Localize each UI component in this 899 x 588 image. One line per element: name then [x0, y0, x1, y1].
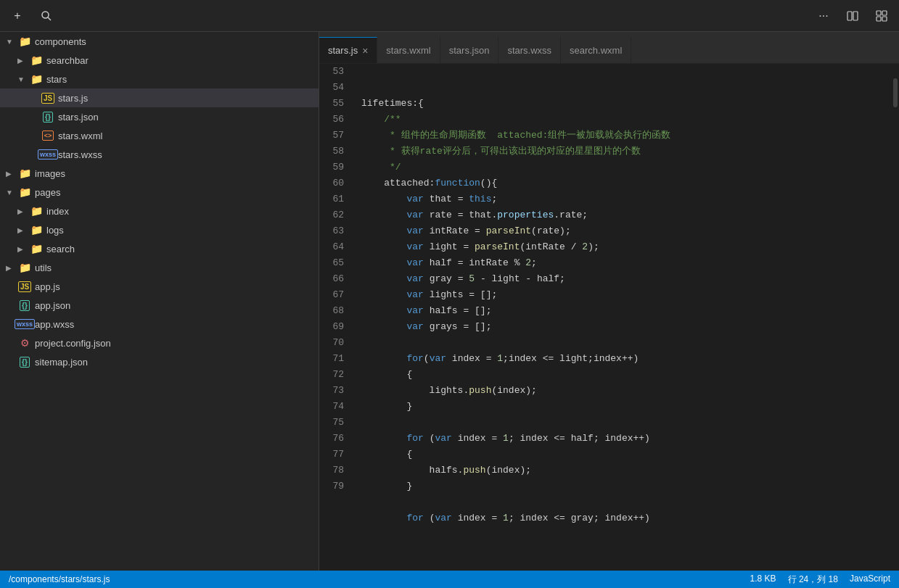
line-number: 53 — [325, 64, 350, 80]
line-number: 61 — [325, 191, 350, 207]
tree-item-label: searchbar — [46, 55, 313, 66]
line-number: 58 — [325, 144, 350, 160]
code-line — [361, 494, 886, 510]
sidebar-item-stars-js[interactable]: JSstars.js — [0, 88, 319, 107]
tab-search-wxml[interactable]: search.wxml — [561, 37, 631, 63]
sidebar-item-app-wxss[interactable]: wxssapp.wxss — [0, 315, 319, 334]
line-number: 60 — [325, 175, 350, 191]
code-editor[interactable]: 5354555657585960616263646566676869707172… — [319, 64, 899, 571]
code-line: * 组件的生命周期函数 attached:组件一被加载就会执行的函数 — [361, 128, 886, 144]
status-size: 1.8 KB — [750, 573, 776, 586]
line-number: 57 — [325, 128, 350, 144]
svg-rect-4 — [877, 11, 881, 15]
sidebar-item-app-js[interactable]: JSapp.js — [0, 277, 319, 296]
split-icon[interactable] — [844, 7, 861, 25]
sidebar-item-search[interactable]: ▶📁search — [0, 239, 319, 258]
code-line: { — [361, 367, 886, 383]
folder-icon: 📁 — [17, 36, 32, 47]
line-number: 79 — [325, 479, 350, 494]
sidebar-item-searchbar[interactable]: ▶📁searchbar — [0, 51, 319, 70]
sidebar-item-pages[interactable]: ▼📁pages — [0, 183, 319, 202]
svg-rect-3 — [853, 12, 858, 20]
tree-item-label: stars.wxml — [58, 131, 313, 141]
line-number: 69 — [325, 319, 350, 335]
code-line: halfs.push(index); — [361, 463, 886, 479]
code-line: attached:function(){ — [361, 175, 886, 191]
layout-icon[interactable] — [873, 7, 890, 25]
tab-stars-wxml[interactable]: stars.wxml — [377, 37, 440, 63]
tab-close-button[interactable]: × — [362, 46, 368, 56]
folder-icon: 📁 — [29, 205, 44, 217]
tree-item-label: stars.wxss — [58, 149, 313, 160]
json-icon: {} — [17, 357, 32, 368]
sidebar-item-stars-wxml[interactable]: <>stars.wxml — [0, 126, 319, 145]
tree-item-label: stars — [46, 74, 313, 85]
code-line: for(var index = 1;index <= light;index++… — [361, 351, 886, 367]
tab-label: stars.wxml — [386, 45, 430, 56]
status-language: JavaScript — [850, 573, 890, 586]
tab-label: search.wxml — [570, 45, 622, 56]
status-right: 1.8 KB 行 24，列 18 JavaScript — [750, 573, 890, 586]
line-number: 76 — [325, 431, 350, 447]
sidebar-item-app-json[interactable]: {}app.json — [0, 296, 319, 315]
code-line: for (var index = 1; index <= gray; index… — [361, 510, 886, 526]
tab-label: stars.js — [328, 45, 358, 56]
tab-stars-js[interactable]: stars.js× — [319, 37, 377, 63]
toolbar: + ··· — [0, 0, 899, 32]
code-line: * 获得rate评分后，可得出该出现的对应的星星图片的个数 — [361, 144, 886, 160]
line-number: 75 — [325, 415, 350, 431]
tree-arrow: ▶ — [17, 245, 29, 253]
add-icon[interactable]: + — [9, 7, 26, 25]
code-line: var light = parseInt(intRate / 2); — [361, 239, 886, 255]
tab-stars-wxss[interactable]: stars.wxss — [498, 37, 561, 63]
tree-item-label: stars.json — [58, 112, 313, 123]
code-line: } — [361, 399, 886, 415]
line-number: 70 — [325, 335, 350, 351]
sidebar-item-images[interactable]: ▶📁images — [0, 164, 319, 183]
code-line: } — [361, 479, 886, 494]
code-line: lights.push(index); — [361, 383, 886, 399]
search-icon[interactable] — [38, 7, 55, 25]
status-path: /components/stars/stars.js — [9, 574, 739, 584]
sidebar-item-utils[interactable]: ▶📁utils — [0, 258, 319, 277]
tree-item-label: search — [46, 244, 313, 254]
svg-point-0 — [42, 12, 49, 18]
code-line: var halfs = []; — [361, 303, 886, 319]
sidebar-item-index[interactable]: ▶📁index — [0, 202, 319, 220]
tab-stars-json[interactable]: stars.json — [440, 37, 499, 63]
tree-item-label: app.json — [35, 300, 313, 311]
sidebar-item-stars-json[interactable]: {}stars.json — [0, 107, 319, 126]
sidebar-item-project-config[interactable]: ⚙project.config.json — [0, 334, 319, 352]
scrollbar-track[interactable] — [892, 64, 899, 571]
tree-item-label: stars.js — [58, 93, 313, 104]
code-line: lifetimes:{ — [361, 96, 886, 112]
tree-item-label: app.wxss — [35, 319, 313, 330]
sidebar-item-sitemap[interactable]: {}sitemap.json — [0, 352, 319, 371]
svg-rect-5 — [882, 11, 887, 15]
tree-arrow: ▶ — [17, 226, 29, 234]
sidebar-item-components[interactable]: ▼📁components — [0, 32, 319, 51]
status-bar: /components/stars/stars.js 1.8 KB 行 24，列… — [0, 571, 899, 588]
line-number: 71 — [325, 351, 350, 367]
more-icon[interactable]: ··· — [815, 7, 832, 25]
line-number: 77 — [325, 447, 350, 463]
sidebar-item-stars[interactable]: ▼📁stars — [0, 70, 319, 88]
code-line: var lights = []; — [361, 287, 886, 303]
tree-item-label: index — [46, 206, 313, 217]
tree-item-label: app.js — [35, 281, 313, 292]
status-row-col: 行 24，列 18 — [788, 573, 838, 586]
wxss-icon: wxss — [17, 319, 32, 329]
code-line: var half = intRate % 2; — [361, 255, 886, 271]
sidebar-item-logs[interactable]: ▶📁logs — [0, 220, 319, 239]
tree-item-label: pages — [35, 187, 313, 198]
folder-icon: 📁 — [17, 186, 32, 198]
folder-icon: 📁 — [29, 243, 44, 254]
line-number: 66 — [325, 271, 350, 287]
code-line: var rate = that.properties.rate; — [361, 207, 886, 223]
sidebar-item-stars-wxss[interactable]: wxssstars.wxss — [0, 145, 319, 164]
sidebar: ▼📁components▶📁searchbar▼📁starsJSstars.js… — [0, 32, 319, 571]
line-number: 68 — [325, 303, 350, 319]
js-icon: JS — [41, 93, 55, 104]
scrollbar-thumb[interactable] — [893, 78, 898, 107]
svg-rect-2 — [847, 12, 852, 20]
